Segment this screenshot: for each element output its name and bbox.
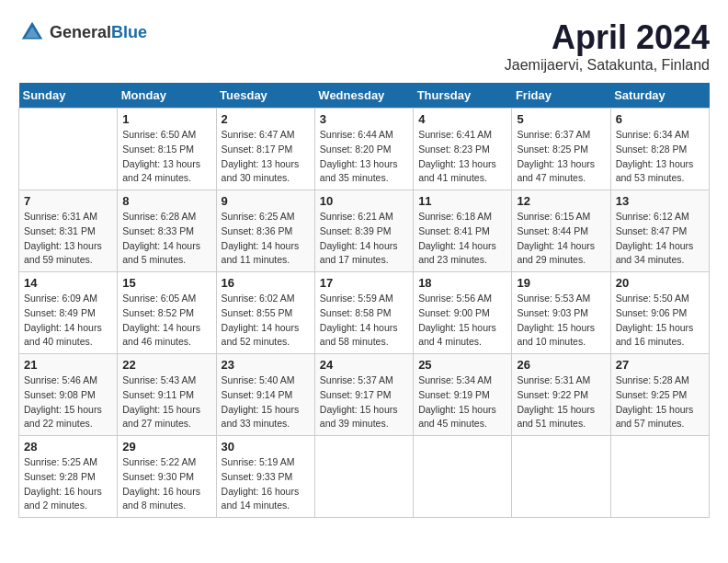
calendar-cell <box>512 436 610 518</box>
day-info: Sunrise: 6:50 AM Sunset: 8:15 PM Dayligh… <box>122 128 210 186</box>
header-sunday: Sunday <box>19 83 118 109</box>
day-info: Sunrise: 6:37 AM Sunset: 8:25 PM Dayligh… <box>517 128 605 186</box>
day-info: Sunrise: 6:02 AM Sunset: 8:55 PM Dayligh… <box>222 292 310 350</box>
calendar-cell: 30Sunrise: 5:19 AM Sunset: 9:33 PM Dayli… <box>216 436 314 518</box>
calendar-cell: 3Sunrise: 6:44 AM Sunset: 8:20 PM Daylig… <box>314 109 413 190</box>
day-info: Sunrise: 6:34 AM Sunset: 8:28 PM Dayligh… <box>616 128 704 186</box>
day-number: 24 <box>320 358 408 372</box>
day-info: Sunrise: 5:25 AM Sunset: 9:28 PM Dayligh… <box>24 455 112 513</box>
day-info: Sunrise: 5:40 AM Sunset: 9:14 PM Dayligh… <box>222 373 310 431</box>
calendar-cell <box>314 436 413 518</box>
header-monday: Monday <box>118 83 216 109</box>
day-number: 14 <box>24 276 112 290</box>
day-number: 8 <box>122 194 210 208</box>
calendar-cell: 15Sunrise: 6:05 AM Sunset: 8:52 PM Dayli… <box>118 272 216 354</box>
day-number: 10 <box>320 194 408 208</box>
calendar-cell: 10Sunrise: 6:21 AM Sunset: 8:39 PM Dayli… <box>314 190 413 272</box>
subtitle: Jaemijaervi, Satakunta, Finland <box>505 57 710 74</box>
day-info: Sunrise: 6:31 AM Sunset: 8:31 PM Dayligh… <box>24 210 112 268</box>
calendar-cell: 11Sunrise: 6:18 AM Sunset: 8:41 PM Dayli… <box>414 190 512 272</box>
calendar-cell: 14Sunrise: 6:09 AM Sunset: 8:49 PM Dayli… <box>19 272 118 354</box>
calendar-cell: 12Sunrise: 6:15 AM Sunset: 8:44 PM Dayli… <box>512 190 610 272</box>
calendar-cell: 29Sunrise: 5:22 AM Sunset: 9:30 PM Dayli… <box>118 436 216 518</box>
day-number: 13 <box>616 194 704 208</box>
day-info: Sunrise: 6:21 AM Sunset: 8:39 PM Dayligh… <box>320 210 408 268</box>
calendar-table: SundayMondayTuesdayWednesdayThursdayFrid… <box>18 83 710 518</box>
day-info: Sunrise: 5:37 AM Sunset: 9:17 PM Dayligh… <box>320 373 408 431</box>
day-number: 17 <box>320 276 408 290</box>
day-number: 25 <box>418 358 506 372</box>
day-number: 19 <box>517 276 605 290</box>
day-info: Sunrise: 5:59 AM Sunset: 8:58 PM Dayligh… <box>320 292 408 350</box>
calendar-week-1: 1Sunrise: 6:50 AM Sunset: 8:15 PM Daylig… <box>19 109 710 190</box>
day-number: 4 <box>418 112 506 126</box>
day-info: Sunrise: 5:19 AM Sunset: 9:33 PM Dayligh… <box>222 455 310 513</box>
calendar-cell: 21Sunrise: 5:46 AM Sunset: 9:08 PM Dayli… <box>19 354 118 436</box>
calendar-cell: 26Sunrise: 5:31 AM Sunset: 9:22 PM Dayli… <box>512 354 610 436</box>
header-saturday: Saturday <box>610 83 709 109</box>
day-info: Sunrise: 6:41 AM Sunset: 8:23 PM Dayligh… <box>418 128 506 186</box>
day-info: Sunrise: 6:44 AM Sunset: 8:20 PM Dayligh… <box>320 128 408 186</box>
day-number: 29 <box>122 440 210 454</box>
day-number: 23 <box>222 358 310 372</box>
calendar-cell: 19Sunrise: 5:53 AM Sunset: 9:03 PM Dayli… <box>512 272 610 354</box>
day-info: Sunrise: 5:53 AM Sunset: 9:03 PM Dayligh… <box>517 292 605 350</box>
calendar-cell: 9Sunrise: 6:25 AM Sunset: 8:36 PM Daylig… <box>216 190 314 272</box>
day-number: 22 <box>122 358 210 372</box>
calendar-cell: 18Sunrise: 5:56 AM Sunset: 9:00 PM Dayli… <box>414 272 512 354</box>
calendar-cell: 6Sunrise: 6:34 AM Sunset: 8:28 PM Daylig… <box>610 109 709 190</box>
logo-general-text: General <box>50 23 111 41</box>
calendar-cell: 16Sunrise: 6:02 AM Sunset: 8:55 PM Dayli… <box>216 272 314 354</box>
day-number: 26 <box>517 358 605 372</box>
logo: GeneralBlue <box>18 18 147 46</box>
day-info: Sunrise: 5:28 AM Sunset: 9:25 PM Dayligh… <box>616 373 704 431</box>
day-number: 6 <box>616 112 704 126</box>
day-info: Sunrise: 5:43 AM Sunset: 9:11 PM Dayligh… <box>122 373 210 431</box>
day-number: 9 <box>222 194 310 208</box>
calendar-cell: 8Sunrise: 6:28 AM Sunset: 8:33 PM Daylig… <box>118 190 216 272</box>
calendar-cell: 5Sunrise: 6:37 AM Sunset: 8:25 PM Daylig… <box>512 109 610 190</box>
day-info: Sunrise: 6:25 AM Sunset: 8:36 PM Dayligh… <box>222 210 310 268</box>
day-number: 30 <box>222 440 310 454</box>
day-info: Sunrise: 5:50 AM Sunset: 9:06 PM Dayligh… <box>616 292 704 350</box>
calendar-cell: 28Sunrise: 5:25 AM Sunset: 9:28 PM Dayli… <box>19 436 118 518</box>
calendar-cell: 4Sunrise: 6:41 AM Sunset: 8:23 PM Daylig… <box>414 109 512 190</box>
calendar-cell: 13Sunrise: 6:12 AM Sunset: 8:47 PM Dayli… <box>610 190 709 272</box>
day-info: Sunrise: 6:15 AM Sunset: 8:44 PM Dayligh… <box>517 210 605 268</box>
calendar-cell: 17Sunrise: 5:59 AM Sunset: 8:58 PM Dayli… <box>314 272 413 354</box>
header-thursday: Thursday <box>414 83 512 109</box>
day-info: Sunrise: 6:47 AM Sunset: 8:17 PM Dayligh… <box>222 128 310 186</box>
logo-blue-text: Blue <box>111 23 147 41</box>
day-number: 1 <box>122 112 210 126</box>
page-header: GeneralBlue April 2024 Jaemijaervi, Sata… <box>18 18 710 74</box>
day-number: 15 <box>122 276 210 290</box>
day-info: Sunrise: 6:12 AM Sunset: 8:47 PM Dayligh… <box>616 210 704 268</box>
day-number: 2 <box>222 112 310 126</box>
day-info: Sunrise: 6:28 AM Sunset: 8:33 PM Dayligh… <box>122 210 210 268</box>
calendar-week-4: 21Sunrise: 5:46 AM Sunset: 9:08 PM Dayli… <box>19 354 710 436</box>
calendar-cell: 20Sunrise: 5:50 AM Sunset: 9:06 PM Dayli… <box>610 272 709 354</box>
day-number: 21 <box>24 358 112 372</box>
main-title: April 2024 <box>505 18 710 57</box>
day-number: 28 <box>24 440 112 454</box>
calendar-cell <box>610 436 709 518</box>
day-number: 20 <box>616 276 704 290</box>
day-number: 18 <box>418 276 506 290</box>
calendar-cell: 22Sunrise: 5:43 AM Sunset: 9:11 PM Dayli… <box>118 354 216 436</box>
calendar-week-5: 28Sunrise: 5:25 AM Sunset: 9:28 PM Dayli… <box>19 436 710 518</box>
header-friday: Friday <box>512 83 610 109</box>
calendar-cell: 24Sunrise: 5:37 AM Sunset: 9:17 PM Dayli… <box>314 354 413 436</box>
day-info: Sunrise: 6:09 AM Sunset: 8:49 PM Dayligh… <box>24 292 112 350</box>
day-number: 27 <box>616 358 704 372</box>
day-info: Sunrise: 5:22 AM Sunset: 9:30 PM Dayligh… <box>122 455 210 513</box>
day-info: Sunrise: 5:56 AM Sunset: 9:00 PM Dayligh… <box>418 292 506 350</box>
day-info: Sunrise: 5:31 AM Sunset: 9:22 PM Dayligh… <box>517 373 605 431</box>
header-wednesday: Wednesday <box>314 83 413 109</box>
day-number: 3 <box>320 112 408 126</box>
calendar-cell: 1Sunrise: 6:50 AM Sunset: 8:15 PM Daylig… <box>118 109 216 190</box>
calendar-cell <box>414 436 512 518</box>
calendar-cell: 23Sunrise: 5:40 AM Sunset: 9:14 PM Dayli… <box>216 354 314 436</box>
day-info: Sunrise: 6:18 AM Sunset: 8:41 PM Dayligh… <box>418 210 506 268</box>
calendar-cell: 25Sunrise: 5:34 AM Sunset: 9:19 PM Dayli… <box>414 354 512 436</box>
calendar-week-2: 7Sunrise: 6:31 AM Sunset: 8:31 PM Daylig… <box>19 190 710 272</box>
